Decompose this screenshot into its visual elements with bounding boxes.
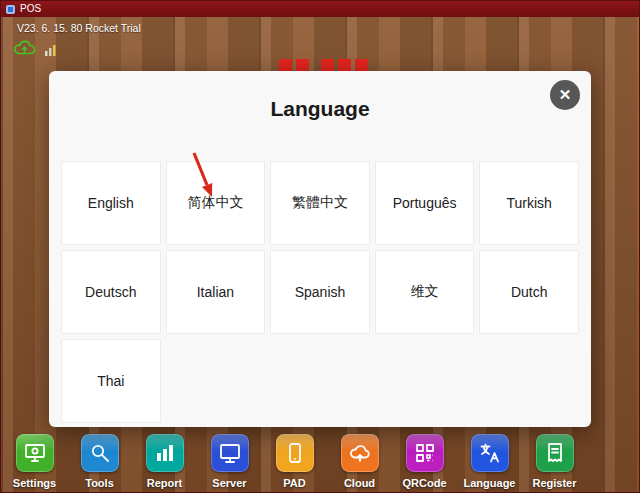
version-label: V23. 6. 15. 80 Rocket Trial [17, 22, 141, 34]
cloud-icon [341, 434, 379, 472]
toolbar-label: Settings [13, 477, 56, 489]
close-icon[interactable]: ✕ [550, 80, 580, 110]
toolbar-label: Cloud [344, 477, 375, 489]
qrcode-icon [406, 434, 444, 472]
toolbar-label: PAD [283, 477, 305, 489]
toolbar-item-report[interactable]: Report [132, 434, 197, 489]
toolbar-item-tools[interactable]: Tools [67, 434, 132, 489]
toolbar-label: QRCode [403, 477, 447, 489]
pos-window: POS V23. 6. 15. 80 Rocket Trial ✕ Langua… [0, 0, 640, 493]
toolbar-label: Register [532, 477, 576, 489]
toolbar-label: Tools [85, 477, 114, 489]
bottom-toolbar: SettingsToolsReportServerPADCloudQRCodeL… [2, 434, 639, 489]
language-option-9[interactable]: 维文 [375, 250, 475, 334]
language-option-4[interactable]: Português [375, 161, 475, 245]
toolbar-item-cloud[interactable]: Cloud [327, 434, 392, 489]
language-option-11[interactable]: Thai [61, 339, 161, 423]
language-option-5[interactable]: Turkish [479, 161, 579, 245]
window-title: POS [20, 1, 41, 17]
toolbar-item-settings[interactable]: Settings [2, 434, 67, 489]
pad-icon [276, 434, 314, 472]
report-icon [146, 434, 184, 472]
server-icon [211, 434, 249, 472]
status-icons [13, 38, 58, 61]
toolbar-label: Server [212, 477, 246, 489]
language-option-1[interactable]: English [61, 161, 161, 245]
register-icon [536, 434, 574, 472]
network-status-icon [44, 43, 58, 61]
settings-icon [16, 434, 54, 472]
language-option-7[interactable]: Italian [166, 250, 266, 334]
cloud-sync-icon[interactable] [13, 38, 37, 61]
toolbar-item-register[interactable]: Register [522, 434, 587, 489]
language-option-6[interactable]: Deutsch [61, 250, 161, 334]
toolbar-item-pad[interactable]: PAD [262, 434, 327, 489]
toolbar-item-qrcode[interactable]: QRCode [392, 434, 457, 489]
language-dialog: ✕ Language English简体中文繁體中文PortuguêsTurki… [49, 71, 591, 427]
toolbar-label: Report [147, 477, 182, 489]
app-icon [6, 5, 15, 14]
language-option-10[interactable]: Dutch [479, 250, 579, 334]
language-option-2[interactable]: 简体中文 [166, 161, 266, 245]
dialog-title: Language [61, 97, 579, 121]
title-bar[interactable]: POS [1, 1, 639, 17]
language-icon [471, 434, 509, 472]
toolbar-label: Language [464, 477, 516, 489]
toolbar-item-server[interactable]: Server [197, 434, 262, 489]
language-option-3[interactable]: 繁體中文 [270, 161, 370, 245]
toolbar-item-language[interactable]: Language [457, 434, 522, 489]
tools-icon [81, 434, 119, 472]
language-grid: English简体中文繁體中文PortuguêsTurkishDeutschIt… [61, 161, 579, 423]
language-option-8[interactable]: Spanish [270, 250, 370, 334]
